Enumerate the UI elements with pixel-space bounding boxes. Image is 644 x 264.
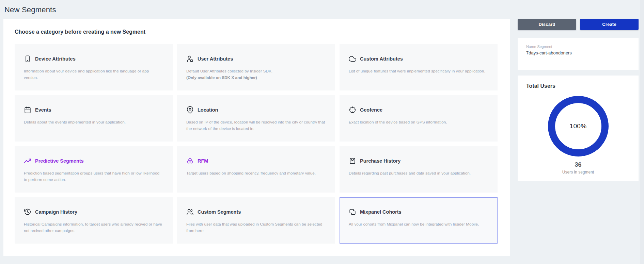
discard-button[interactable]: Discard	[518, 19, 576, 30]
category-card-rfm[interactable]: RFM Target users based on shopping recen…	[177, 146, 335, 193]
category-description: Prediction based segmentation groups use…	[24, 170, 163, 183]
category-label: Device Attributes	[35, 56, 76, 62]
name-segment-label: Name Segment	[526, 45, 552, 49]
category-card-campaign-history[interactable]: Campaign History Historical Campaigns in…	[15, 197, 173, 244]
device-attributes-icon	[24, 55, 31, 63]
category-card-events[interactable]: Events Details about the events implemen…	[15, 95, 173, 142]
category-label: User Attributes	[198, 56, 233, 62]
category-label: RFM	[198, 158, 208, 164]
category-description: Details regarding past purchases and dat…	[349, 170, 488, 177]
category-description: Target users based on shopping recency, …	[186, 170, 326, 177]
mixpanel-cohorts-icon	[349, 208, 356, 216]
category-card-custom-attributes[interactable]: Custom Attributes List of unique feature…	[340, 44, 498, 90]
new-segments-page: { "page": { "title": "New Segments", "ba…	[0, 0, 644, 264]
donut-percent-label: 100%	[570, 122, 587, 130]
category-label: Purchase History	[360, 158, 400, 164]
purchase-history-icon	[349, 157, 356, 165]
category-card-custom-segments[interactable]: Custom Segments Files with user data tha…	[177, 197, 335, 244]
predictive-segments-icon	[24, 157, 31, 165]
category-description-note: (Only available on SDK X and higher)	[186, 75, 326, 81]
category-description: Details about the events implemented in …	[24, 119, 163, 126]
custom-attributes-icon	[349, 55, 356, 63]
category-description: Exact location of the device based on GP…	[349, 119, 488, 126]
users-count: 36	[518, 161, 639, 168]
name-segment-card: Name Segment	[518, 38, 639, 70]
category-card-purchase-history[interactable]: Purchase History Details regarding past …	[340, 146, 498, 193]
category-card-predictive-segments[interactable]: Predictive Segments Prediction based seg…	[15, 146, 173, 193]
campaign-history-icon	[24, 208, 31, 216]
category-description: Information about your device and applic…	[24, 68, 163, 81]
category-description: All your cohorts from Mixpanel can now b…	[349, 221, 488, 228]
category-description: Historical Campaigns information, to tar…	[24, 221, 163, 234]
page-scrollbar[interactable]	[640, 0, 644, 264]
custom-segments-icon	[186, 208, 194, 216]
category-card-user-attributes[interactable]: User Attributes Default User Attributes …	[177, 44, 335, 90]
category-label: Custom Attributes	[360, 56, 403, 62]
events-icon	[24, 106, 31, 114]
geofence-icon	[349, 106, 356, 114]
total-users-heading: Total Users	[526, 83, 555, 89]
category-label: Campaign History	[35, 209, 77, 215]
category-card-location[interactable]: Location Based on IP of the device, loca…	[177, 95, 335, 142]
category-description: Default User Attributes collected by Ins…	[186, 68, 326, 75]
create-button[interactable]: Create	[580, 19, 639, 30]
category-label: Predictive Segments	[35, 158, 84, 164]
total-users-donut-chart: 100%	[548, 96, 609, 156]
page-title: New Segments	[4, 5, 56, 14]
category-card-device-attributes[interactable]: Device Attributes Information about your…	[15, 44, 173, 90]
category-description: List of unique features that were implem…	[349, 68, 488, 75]
name-segment-input[interactable]	[526, 50, 629, 58]
location-icon	[186, 106, 194, 114]
category-card-mixpanel-cohorts[interactable]: Mixpanel Cohorts All your cohorts from M…	[340, 197, 498, 244]
category-description: Files with user data that was uploaded i…	[186, 221, 326, 234]
user-attributes-icon	[186, 55, 194, 63]
panel-heading: Choose a category before creating a new …	[15, 29, 145, 35]
category-description: Based on IP of the device, location will…	[186, 119, 326, 132]
category-label: Custom Segments	[198, 209, 241, 215]
users-caption: Users in segment	[518, 170, 639, 175]
total-users-card: Total Users 100% 36 Users in segment	[518, 76, 639, 181]
category-label: Mixpanel Cohorts	[360, 209, 402, 215]
category-grid: Device Attributes Information about your…	[15, 44, 498, 244]
rfm-icon	[186, 157, 194, 165]
category-panel: Choose a category before creating a new …	[3, 19, 510, 256]
category-label: Geofence	[360, 107, 382, 113]
category-label: Location	[198, 107, 218, 113]
category-label: Events	[35, 107, 51, 113]
category-card-geofence[interactable]: Geofence Exact location of the device ba…	[340, 95, 498, 142]
